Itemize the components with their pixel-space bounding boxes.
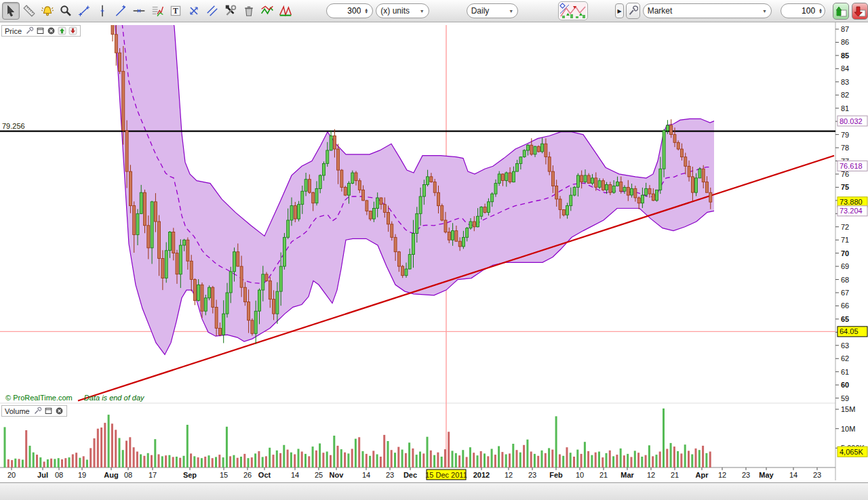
svg-text:4,065K: 4,065K	[840, 448, 864, 456]
svg-text:82: 82	[841, 91, 849, 99]
svg-text:21: 21	[671, 471, 679, 479]
zigzag-indicator-button[interactable]	[258, 2, 276, 20]
zoom-tool	[59, 4, 73, 18]
copyright-text: © ProRealTime.com	[5, 394, 73, 402]
ruler	[22, 4, 36, 18]
svg-text:10M: 10M	[841, 425, 855, 433]
svg-text:86: 86	[841, 38, 849, 46]
timeframe-dropdown-label: Daily	[471, 6, 490, 16]
svg-text:79: 79	[841, 131, 849, 139]
svg-text:87: 87	[841, 25, 849, 33]
quantity-spinner[interactable]: ▲▼	[781, 3, 825, 18]
wrench-icon-button[interactable]	[33, 407, 42, 415]
move-points-tool-button[interactable]	[185, 2, 203, 20]
svg-text:64.05: 64.05	[840, 327, 859, 335]
level-price-label: 79.256	[2, 122, 25, 130]
options-tool-button[interactable]	[222, 2, 239, 20]
window-icon-button[interactable]	[36, 26, 45, 35]
arrow-down-icon	[68, 26, 77, 35]
spinner-arrows-icon[interactable]: ▲▼	[364, 8, 368, 14]
bars-count-input[interactable]	[331, 5, 362, 16]
bottom-bar: ◀ ≡ ▶	[0, 482, 868, 500]
svg-text:70: 70	[841, 249, 849, 257]
buy-arrow-icon	[835, 5, 848, 18]
parallel-lines-tool-button[interactable]	[203, 2, 221, 20]
svg-text:68: 68	[841, 276, 849, 284]
horizontal-line-tool-button[interactable]	[130, 2, 148, 20]
svg-text:15 Dec 2011: 15 Dec 2011	[425, 471, 467, 479]
close-icon-button[interactable]	[55, 407, 64, 415]
alarm-bell	[41, 4, 54, 18]
bars-count-spinner[interactable]: ▲▼	[326, 3, 373, 18]
svg-text:80.032: 80.032	[840, 117, 863, 125]
order-settings-button[interactable]	[626, 3, 640, 19]
quantity-input[interactable]	[785, 5, 816, 16]
buy-order-button[interactable]	[833, 3, 849, 20]
svg-text:17: 17	[149, 471, 157, 479]
close-icon-button[interactable]	[47, 26, 56, 35]
ruler-button[interactable]	[20, 2, 38, 20]
svg-text:71: 71	[841, 236, 849, 244]
move-points-tool	[187, 4, 201, 18]
segment-tool-button[interactable]	[75, 2, 93, 20]
units-dropdown[interactable]: (x) units ▼	[376, 3, 429, 18]
arrow-down-icon-button[interactable]	[68, 26, 77, 35]
svg-text:23: 23	[813, 471, 821, 479]
timeframe-dropdown[interactable]: Daily ▼	[467, 3, 519, 18]
chart-canvas[interactable]: 5960616263646566676869707172737475767778…	[0, 22, 868, 482]
svg-text:84: 84	[841, 64, 849, 72]
svg-text:76.618: 76.618	[840, 162, 863, 170]
watermark: © ProRealTime.com Data is end of day	[5, 394, 144, 402]
wrench-icon-button[interactable]	[25, 26, 34, 35]
trash-tool-button[interactable]	[240, 2, 258, 20]
spinner-arrows-icon[interactable]: ▲▼	[818, 8, 823, 14]
arrow-up-icon-button[interactable]	[58, 26, 66, 35]
svg-text:23: 23	[528, 471, 536, 479]
svg-text:Feb: Feb	[549, 471, 563, 479]
select-cursor-button[interactable]	[2, 2, 20, 20]
wrench-icon	[25, 26, 34, 35]
svg-text:Dec: Dec	[403, 471, 417, 479]
chart-style-button[interactable]	[558, 1, 588, 20]
vertical-line-tool	[96, 4, 109, 18]
svg-text:21: 21	[599, 471, 608, 479]
expand-order-panel-button[interactable]: ▶	[615, 3, 623, 18]
svg-text:23: 23	[742, 471, 750, 479]
price-panel-header[interactable]: Price	[1, 25, 81, 37]
chevron-down-icon: ▼	[503, 9, 513, 14]
svg-text:60: 60	[841, 381, 849, 389]
svg-text:12: 12	[505, 471, 513, 479]
volume-panel-header[interactable]: Volume	[1, 405, 67, 417]
price-axis: 5960616263646566676869707172737475767778…	[835, 25, 865, 452]
svg-text:19: 19	[78, 471, 86, 479]
svg-text:61: 61	[841, 368, 849, 376]
close-icon	[55, 407, 64, 415]
window-icon	[44, 407, 53, 415]
volume-series	[4, 409, 711, 467]
vertical-line-tool-button[interactable]	[94, 2, 111, 20]
select-cursor	[4, 4, 18, 18]
zoom-tool-button[interactable]	[57, 2, 75, 20]
trash-tool	[242, 4, 256, 18]
indicator-list-button[interactable]	[149, 2, 166, 20]
parallel-lines-tool	[205, 4, 219, 18]
main-toolbar: T ▲▼ (x) units ▼ Daily ▼ ▶ Market	[0, 0, 868, 22]
volume-panel-icons	[33, 407, 64, 415]
svg-text:85: 85	[841, 51, 849, 60]
close-icon	[47, 26, 56, 35]
sell-order-button[interactable]	[852, 3, 868, 20]
svg-text:T: T	[173, 7, 178, 16]
svg-text:Aug: Aug	[104, 471, 118, 479]
svg-text:25: 25	[315, 471, 323, 479]
trend-line-tool-button[interactable]	[112, 2, 130, 20]
order-type-dropdown[interactable]: Market ▼	[643, 3, 772, 18]
price-panel-icons	[25, 26, 77, 35]
text-tool-button[interactable]: T	[167, 2, 184, 20]
svg-text:26: 26	[243, 471, 252, 479]
alarm-bell-button[interactable]	[39, 2, 56, 20]
pattern-indicator-button[interactable]	[277, 2, 294, 20]
svg-text:Apr: Apr	[696, 471, 709, 479]
window-icon-button[interactable]	[44, 407, 53, 415]
svg-text:72: 72	[841, 223, 849, 231]
svg-text:12: 12	[718, 471, 726, 479]
